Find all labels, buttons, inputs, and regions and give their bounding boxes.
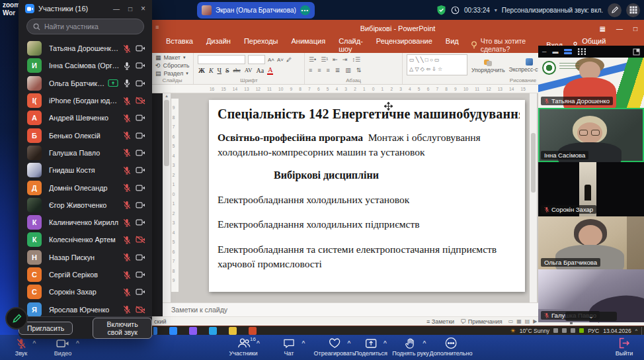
participant-row[interactable]: Ольга Братчикова bbox=[19, 75, 152, 92]
mic-muted-icon[interactable] bbox=[123, 201, 131, 209]
font-style-button[interactable]: Ч bbox=[217, 67, 223, 74]
slide-list-item[interactable]: Електрообладнання та системи електропост… bbox=[218, 242, 522, 272]
camera-icon[interactable] bbox=[136, 149, 145, 157]
chevron-up-icon[interactable]: ^ bbox=[383, 339, 387, 346]
chevron-up-icon[interactable]: ^ bbox=[257, 339, 260, 346]
ribbon-tab-рецензирование[interactable]: Рецензирование bbox=[370, 37, 439, 53]
participant-row[interactable]: ЯЯрослав Юрченко bbox=[19, 300, 152, 316]
slideshow-icon[interactable]: ▶ bbox=[533, 318, 537, 324]
arrange-button[interactable]: Упорядочить bbox=[471, 54, 505, 77]
camera-icon[interactable] bbox=[136, 114, 145, 122]
comments-toggle[interactable]: 🗩 Примечания bbox=[460, 318, 502, 325]
camera-icon[interactable] bbox=[136, 201, 145, 209]
slide-program-line[interactable]: Освітньо-професійна програма Монтаж і об… bbox=[218, 130, 508, 159]
text-direction-icon[interactable]: ⇅ bbox=[356, 67, 362, 73]
shrink-font-icon[interactable]: A˅ bbox=[277, 57, 284, 63]
participant-row[interactable]: ААндрей Шевченко bbox=[19, 109, 152, 126]
tray-chevron-icon[interactable]: ^ bbox=[635, 328, 637, 333]
ribbon-tab-вставка[interactable]: Вставка bbox=[159, 37, 200, 53]
video-tile[interactable]: Ольга Братчикова bbox=[538, 216, 644, 269]
restore-window-icon[interactable]: □ bbox=[633, 25, 637, 32]
align-right-icon[interactable]: ≡ bbox=[327, 67, 330, 73]
increase-indent-icon[interactable]: ⇥ bbox=[342, 56, 348, 63]
font-size-box[interactable] bbox=[248, 55, 265, 64]
timer-chevron-icon[interactable]: ▾ bbox=[495, 7, 497, 13]
mic-muted-icon[interactable] bbox=[123, 253, 131, 261]
layout-button[interactable]: ▦Макет▾ bbox=[155, 54, 189, 62]
slide-thumbnails-pane[interactable] bbox=[151, 93, 163, 316]
grow-font-icon[interactable]: A˄ bbox=[268, 57, 274, 63]
slide-list-item[interactable]: Електрообладнання холодильних підприємст… bbox=[218, 217, 522, 232]
ribbon-tab-слайд-шоу[interactable]: Слайд-шоу bbox=[332, 37, 370, 53]
participant-row[interactable]: Галушка Павло bbox=[19, 144, 152, 161]
justify-icon[interactable]: ≣ bbox=[335, 67, 341, 73]
notes-toggle[interactable]: ≡ Заметки bbox=[426, 318, 454, 325]
participant-row[interactable]: ББенько Олексій bbox=[19, 126, 152, 144]
participant-row[interactable]: ССергій Серіков bbox=[19, 266, 152, 283]
taskbar-app-telegram[interactable] bbox=[209, 327, 217, 335]
slide[interactable]: Спеціальність 142 Енергетичне машинобуду… bbox=[209, 100, 525, 292]
slide-list-item[interactable]: Електрообладнання холодильних установок bbox=[218, 193, 522, 207]
font-name-box[interactable] bbox=[198, 55, 245, 64]
tray-icon-green[interactable] bbox=[579, 328, 584, 333]
language-indicator[interactable]: ский bbox=[154, 318, 167, 325]
camera-icon[interactable] bbox=[136, 288, 145, 296]
ribbon-tab-дизайн[interactable]: Дизайн bbox=[200, 37, 237, 53]
tray-icon[interactable] bbox=[562, 328, 567, 333]
mic-muted-icon[interactable] bbox=[123, 288, 131, 296]
mic-muted-icon[interactable] bbox=[123, 97, 131, 105]
normal-view-icon[interactable]: ▭ bbox=[508, 318, 514, 324]
toolbar-chat-button[interactable]: ^Чат bbox=[283, 337, 296, 357]
ribbon-tab-анимация[interactable]: Анимация bbox=[284, 37, 332, 53]
align-left-icon[interactable]: ≡ bbox=[309, 67, 312, 73]
participants-panel-header[interactable]: Участники (16) — □ × bbox=[19, 0, 152, 17]
participant-row[interactable]: ДДомнін Олесандр bbox=[19, 179, 152, 196]
font-style-button[interactable]: abc bbox=[233, 68, 241, 73]
invite-button[interactable]: Пригласить bbox=[19, 322, 73, 335]
mic-muted-icon[interactable] bbox=[123, 148, 131, 157]
decrease-indent-icon[interactable]: ⇤ bbox=[333, 56, 338, 63]
mic-muted-icon[interactable] bbox=[123, 305, 131, 314]
annotate-button[interactable] bbox=[5, 307, 28, 330]
camera-icon[interactable] bbox=[136, 62, 145, 69]
video-tile[interactable]: Інна Сасімова bbox=[538, 108, 644, 162]
shapes-gallery[interactable]: ▭ ╲ ╲ □ ○ ▭ △ ▽ ◇ ⇦ ⇩ ☆ bbox=[407, 54, 467, 75]
camera-off-icon[interactable] bbox=[136, 306, 145, 314]
mic-muted-icon[interactable] bbox=[123, 218, 131, 227]
participant-row[interactable]: Єгор Животченко bbox=[19, 197, 152, 214]
participant-row[interactable]: Татьяна Дорошенко (Я) bbox=[19, 40, 152, 57]
toolbar-audio-button[interactable]: ^Звук bbox=[15, 337, 27, 357]
ribbon-tab-переходы[interactable]: Переходы bbox=[237, 37, 285, 53]
participant-row[interactable]: ККолесніченко Артем bbox=[19, 231, 152, 248]
camera-off-icon[interactable] bbox=[136, 97, 145, 105]
participant-row[interactable]: Гнидаш Костя bbox=[19, 161, 152, 179]
security-shield-icon[interactable] bbox=[436, 5, 446, 15]
ribbon-options-icon[interactable]: ▦ bbox=[600, 25, 606, 32]
chevron-up-icon[interactable]: ^ bbox=[347, 339, 350, 346]
minimize-window-icon[interactable]: — bbox=[616, 25, 623, 32]
weather-text[interactable]: 10°C Sunny bbox=[520, 328, 549, 334]
toolbar-video-button[interactable]: ^Видео bbox=[54, 337, 71, 357]
keyboard-language[interactable]: РУС bbox=[588, 328, 599, 334]
annotation-pencil-button[interactable] bbox=[608, 3, 622, 17]
toolbar-more-button[interactable]: Дополнительно bbox=[430, 337, 473, 357]
camera-icon[interactable] bbox=[136, 132, 145, 140]
chevron-up-icon[interactable]: ^ bbox=[423, 339, 426, 346]
chevron-up-icon[interactable]: ^ bbox=[302, 339, 305, 346]
taskbar-app-zoom[interactable] bbox=[169, 327, 177, 335]
numbering-icon[interactable]: ☰¹ bbox=[321, 56, 328, 63]
taskbar-app-files[interactable] bbox=[229, 327, 237, 335]
panel-minimize-icon[interactable]: — bbox=[113, 5, 120, 13]
mic-muted-icon[interactable] bbox=[123, 236, 131, 244]
participant-row[interactable]: ИІнна Сасімова (Организатор) bbox=[19, 57, 152, 74]
font-style-button[interactable]: А bbox=[267, 66, 273, 75]
search-participant-input[interactable]: Найти участника bbox=[26, 19, 144, 34]
panel-collapse-icon[interactable]: ─ bbox=[542, 48, 546, 55]
toolbar-participants-button[interactable]: 16^Участники bbox=[229, 337, 258, 357]
tray-icon[interactable] bbox=[553, 328, 558, 333]
mic-muted-icon[interactable] bbox=[123, 44, 131, 53]
apps-grid-button[interactable] bbox=[626, 3, 640, 17]
slide-sorter-icon[interactable]: ▦ bbox=[516, 318, 522, 324]
quick-access-toolbar[interactable]: ≡ bbox=[155, 24, 159, 30]
chevron-up-icon[interactable]: ^ bbox=[76, 339, 79, 346]
